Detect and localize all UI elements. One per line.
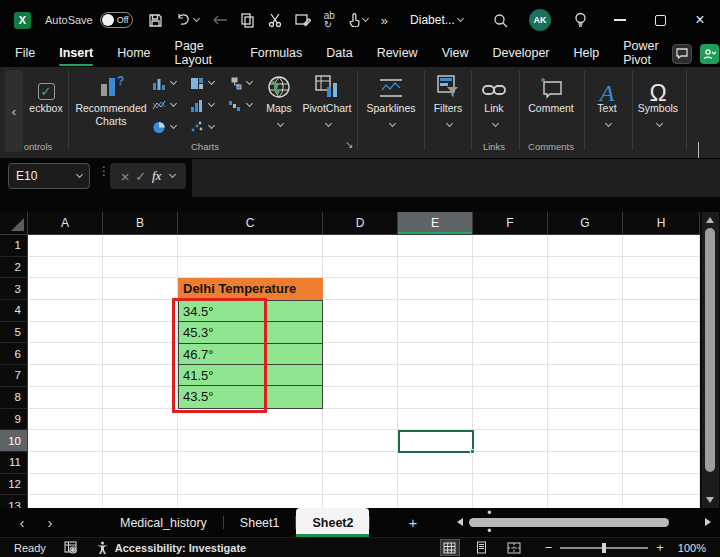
macro-record-icon[interactable] xyxy=(64,541,78,554)
row-header-6[interactable]: 6 xyxy=(0,343,27,365)
green-cell[interactable] xyxy=(265,301,322,322)
zoom-out-icon[interactable]: − xyxy=(545,540,553,555)
row-headers[interactable]: 12345678910111213 xyxy=(0,235,28,508)
scatter-line-chart-icon[interactable] xyxy=(152,95,190,115)
ribbon-scroll-left[interactable]: ‹ xyxy=(5,70,23,152)
zoom-level[interactable]: 100% xyxy=(678,542,706,554)
prev-sheet-icon[interactable]: ‹ xyxy=(8,514,36,531)
row-header-2[interactable]: 2 xyxy=(0,257,27,279)
scatter-chart-icon[interactable] xyxy=(190,117,228,137)
autosave-toggle[interactable]: Off xyxy=(100,12,133,28)
row-header-5[interactable]: 5 xyxy=(0,322,27,344)
ribbon-tab-home[interactable]: Home xyxy=(117,41,150,66)
scroll-up-icon[interactable] xyxy=(706,217,714,223)
selected-cell-e10[interactable] xyxy=(398,430,474,453)
ribbon-tab-file[interactable]: File xyxy=(15,41,35,66)
undo-dropdown-icon[interactable] xyxy=(193,15,200,22)
row-header-12[interactable]: 12 xyxy=(0,474,27,496)
row-header-1[interactable]: 1 xyxy=(0,235,27,257)
link-button[interactable]: Link xyxy=(473,70,515,129)
select-all-corner[interactable] xyxy=(0,212,28,235)
whats-new-lightbulb-icon[interactable] xyxy=(560,0,600,40)
sheet-tab-sheet1[interactable]: Sheet1 xyxy=(224,508,296,537)
row-header-9[interactable]: 9 xyxy=(0,409,27,431)
maps-button[interactable]: Maps xyxy=(258,70,300,129)
next-sheet-icon[interactable]: › xyxy=(36,514,64,531)
fx-dropdown-icon[interactable] xyxy=(169,171,176,178)
column-header-a[interactable]: A xyxy=(28,212,103,234)
sheet-tab-sheet2[interactable]: Sheet2 xyxy=(296,508,369,537)
close-button[interactable]: × xyxy=(680,0,720,40)
column-headers[interactable]: ABCDEFGH xyxy=(28,212,700,235)
accessibility-icon[interactable] xyxy=(96,541,109,554)
formula-input[interactable] xyxy=(192,159,720,197)
column-header-e[interactable]: E xyxy=(398,212,473,234)
row-header-11[interactable]: 11 xyxy=(0,452,27,474)
ribbon-tab-review[interactable]: Review xyxy=(377,41,418,66)
copy-icon[interactable] xyxy=(241,13,255,28)
column-chart-icon[interactable] xyxy=(152,73,190,93)
charts-dialog-launcher-icon[interactable]: ↘ xyxy=(345,139,353,150)
formula-bar-drag-handle[interactable]: ⋮ xyxy=(98,167,110,176)
insert-function-icon[interactable]: fx xyxy=(152,168,161,184)
spelling-icon[interactable]: ab↻ xyxy=(324,11,335,29)
cut-icon[interactable] xyxy=(268,13,282,28)
search-icon[interactable] xyxy=(480,0,520,40)
symbols-button[interactable]: Ω Symbols xyxy=(634,70,682,129)
scroll-left-icon[interactable] xyxy=(457,518,463,526)
ribbon-tab-view[interactable]: View xyxy=(442,41,469,66)
document-title[interactable]: Diabet... xyxy=(410,13,463,27)
column-header-c[interactable]: C xyxy=(178,212,323,234)
share-button[interactable] xyxy=(700,44,719,64)
touch-mode-dropdown-icon[interactable] xyxy=(362,15,369,22)
row-header-8[interactable]: 8 xyxy=(0,387,27,409)
fill-handle[interactable] xyxy=(470,449,475,454)
normal-view-icon[interactable] xyxy=(441,540,459,555)
text-button[interactable]: A Text xyxy=(586,70,628,129)
comments-button[interactable] xyxy=(672,44,692,64)
row-header-4[interactable]: 4 xyxy=(0,300,27,322)
sparklines-button[interactable]: Sparklines xyxy=(360,70,422,129)
row-header-10[interactable]: 10 xyxy=(0,430,27,452)
ribbon-tab-insert[interactable]: Insert xyxy=(59,41,93,66)
column-header-h[interactable]: H xyxy=(623,212,700,234)
undo-button[interactable] xyxy=(176,13,199,27)
more-commands-icon[interactable]: » xyxy=(381,13,388,28)
scroll-right-icon[interactable] xyxy=(705,518,711,526)
ribbon-tab-data[interactable]: Data xyxy=(326,41,352,66)
vertical-scroll-thumb[interactable] xyxy=(705,228,715,472)
cancel-icon[interactable]: × xyxy=(121,168,130,185)
zoom-slider-thumb[interactable] xyxy=(602,543,606,553)
scroll-down-icon[interactable] xyxy=(706,497,714,503)
new-sheet-button[interactable]: + xyxy=(408,514,417,531)
pivotchart-button[interactable]: PivotChart xyxy=(298,70,356,129)
page-layout-view-icon[interactable] xyxy=(473,540,491,555)
save-icon[interactable] xyxy=(148,13,163,28)
histogram-chart-icon[interactable] xyxy=(190,95,228,115)
recommended-charts-button[interactable]: ? Recommended Charts xyxy=(72,70,150,128)
checkbox-insert-button[interactable]: ✓ eckbox xyxy=(24,70,68,115)
format-painter-icon[interactable] xyxy=(295,13,311,27)
row-header-13[interactable]: 13 xyxy=(0,495,27,508)
horizontal-scrollbar[interactable] xyxy=(455,512,713,533)
accessibility-status[interactable]: Accessibility: Investigate xyxy=(115,542,246,554)
name-box[interactable]: E10 xyxy=(8,163,90,189)
row-header-3[interactable]: 3 xyxy=(0,278,27,300)
green-cell[interactable] xyxy=(265,365,322,386)
zoom-slider[interactable] xyxy=(560,547,648,549)
page-break-preview-icon[interactable] xyxy=(505,540,523,555)
grid-cells[interactable]: Delhi Temperature 34.5°45.3°46.7°41.5°43… xyxy=(28,235,700,508)
pie-chart-icon[interactable] xyxy=(152,117,190,137)
green-cell[interactable] xyxy=(265,344,322,365)
column-header-d[interactable]: D xyxy=(323,212,398,234)
redo-icon[interactable] xyxy=(212,14,228,26)
horizontal-scroll-thumb[interactable] xyxy=(469,518,669,527)
vertical-scrollbar[interactable] xyxy=(702,212,719,508)
zoom-in-icon[interactable]: + xyxy=(656,540,664,555)
sheet-tab-medical_history[interactable]: Medical_history xyxy=(104,508,223,537)
column-header-b[interactable]: B xyxy=(103,212,178,234)
filters-button[interactable]: Filters xyxy=(426,70,470,129)
green-cell[interactable] xyxy=(265,386,322,407)
row-header-7[interactable]: 7 xyxy=(0,365,27,387)
account-avatar[interactable]: AK xyxy=(520,0,560,40)
